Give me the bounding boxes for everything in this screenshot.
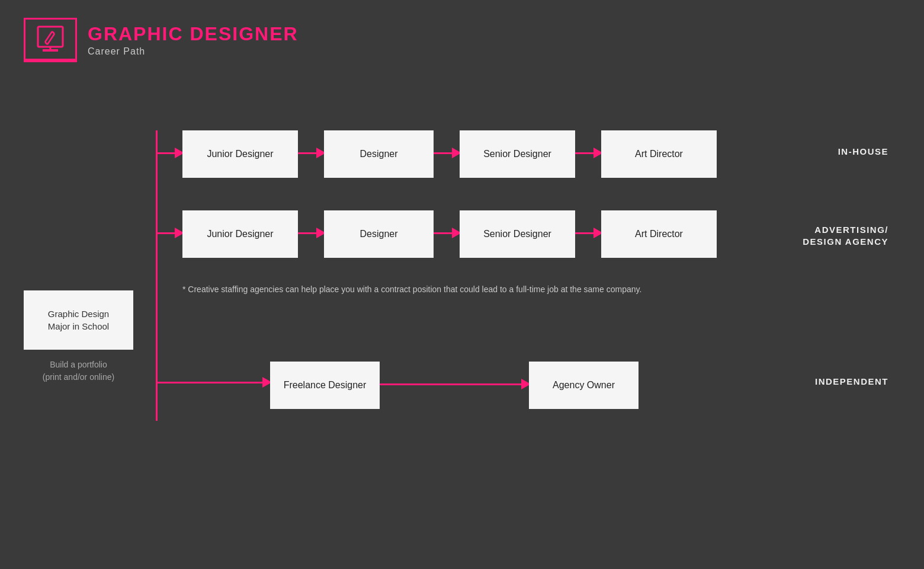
svg-rect-0 — [38, 27, 63, 47]
svg-line-3 — [45, 31, 52, 42]
indep-freelance-designer: Freelance Designer — [270, 362, 380, 409]
inhouse-label: IN-HOUSE — [838, 145, 888, 158]
independent-label: INDEPENDENT — [815, 375, 888, 388]
arrow-inhouse-1 — [298, 152, 319, 154]
arrow-inhouse-2 — [434, 152, 454, 154]
portfolio-text: Build a portfolio(print and/or online) — [24, 359, 133, 383]
arrow-indep-1 — [380, 383, 524, 385]
indep-agency-owner: Agency Owner — [529, 362, 639, 409]
header-subtitle: Career Path — [88, 46, 299, 57]
note: * Creative staffing agencies can help pl… — [182, 284, 806, 294]
agency-art-director: Art Director — [601, 210, 717, 258]
agency-senior-designer: Senior Designer — [460, 210, 575, 258]
inhouse-junior-designer: Junior Designer — [182, 130, 298, 178]
agency-label: ADVERTISING/DESIGN AGENCY — [803, 224, 888, 248]
arrow-agency-1 — [298, 232, 319, 234]
header: GRAPHIC DESIGNER Career Path — [24, 18, 299, 62]
agency-junior-designer: Junior Designer — [182, 210, 298, 258]
agency-designer: Designer — [324, 210, 434, 258]
arrow-inhouse-3 — [575, 152, 596, 154]
spine-vertical — [156, 130, 158, 421]
svg-line-6 — [45, 42, 47, 44]
arrow-agency-3 — [575, 232, 596, 234]
diagram: Graphic DesignMajor in School Build a po… — [0, 95, 924, 533]
svg-line-4 — [47, 34, 54, 44]
inhouse-designer: Designer — [324, 130, 434, 178]
inhouse-senior-designer: Senior Designer — [460, 130, 575, 178]
svg-line-5 — [52, 31, 54, 34]
start-node: Graphic DesignMajor in School — [24, 290, 133, 350]
arrow-indep-h — [156, 382, 265, 383]
logo — [24, 18, 77, 62]
inhouse-art-director: Art Director — [601, 130, 717, 178]
header-title: GRAPHIC DESIGNER — [88, 23, 299, 45]
header-text: GRAPHIC DESIGNER Career Path — [88, 23, 299, 57]
arrow-agency-2 — [434, 232, 454, 234]
